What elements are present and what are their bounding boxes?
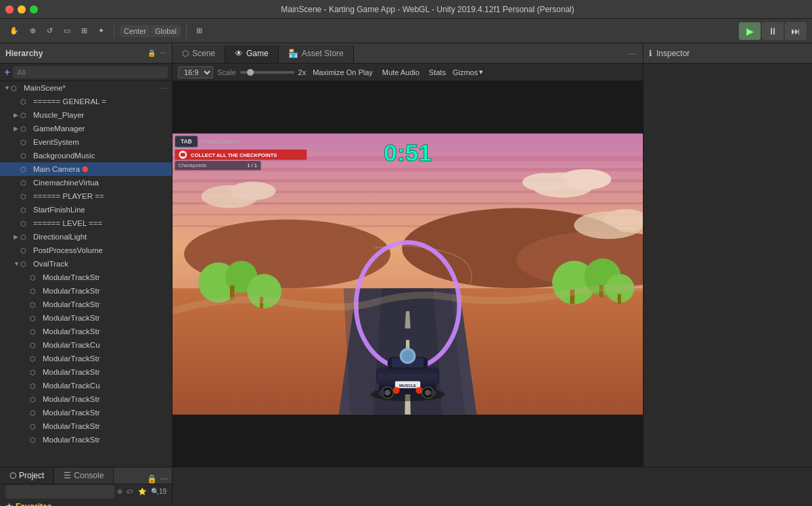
project-buttons: ⊕ 🏷 ⭐ 🔍19 (117, 488, 166, 495)
titlebar: MainScene - Karting Game App - WebGL - U… (0, 0, 812, 19)
project-star-icon[interactable]: ⭐ (138, 488, 146, 495)
center-button[interactable]: Center (120, 25, 151, 37)
hierarchy-item-10[interactable]: ⬡====== LEVEL === (0, 216, 172, 230)
hierarchy-add-button[interactable]: + (4, 67, 10, 78)
transform-tool-button[interactable]: ⊞ (77, 24, 91, 37)
project-tab-label: Project (19, 471, 44, 480)
global-button[interactable]: Global (151, 25, 181, 37)
hierarchy-item-20[interactable]: ⬡ModularTrackStr (0, 352, 172, 365)
svg-rect-29 (618, 294, 621, 304)
asset-store-icon: 🏪 (288, 49, 298, 58)
hierarchy-item-21[interactable]: ⬡ModularTrackStr (0, 365, 172, 379)
hierarchy-item-26[interactable]: ⬡ModularTrackStr (0, 433, 172, 446)
window-controls[interactable] (5, 5, 38, 14)
hierarchy-item-8[interactable]: ⬡====== PLAYER == (0, 189, 172, 203)
project-bookmark-icon[interactable]: 🏷 (127, 488, 133, 495)
tab-console[interactable]: ☰ Console (54, 467, 114, 484)
tab-asset-store[interactable]: 🏪 Asset Store (279, 45, 354, 63)
project-content: ▶ Assets › AddOns › MgKarting_Muscle › P… (173, 467, 812, 506)
hierarchy-lock-icon[interactable]: 🔒 (148, 49, 156, 57)
step-button[interactable]: ⏭ (785, 22, 807, 40)
hierarchy-item-7[interactable]: ⬡CinemachineVirtua (0, 176, 172, 189)
rect-tool-button[interactable]: ▭ (60, 24, 74, 37)
grid-button[interactable]: ⊞ (192, 24, 206, 37)
scene-icon: ⬡ (182, 49, 189, 58)
project-search-bar: ⊕ 🏷 ⭐ 🔍19 (0, 484, 172, 499)
tab-scene[interactable]: ⬡ Scene (173, 45, 225, 63)
bottom-lock-button[interactable]: 🔒 (147, 474, 157, 484)
project-files-area (173, 467, 812, 506)
gizmos-button[interactable]: Gizmos ▾ (453, 68, 483, 76)
toolbar-sep-1 (114, 24, 114, 38)
hierarchy-item-22[interactable]: ⬡ModularTrackCu (0, 379, 172, 392)
star-icon: ★ (5, 502, 13, 506)
tabs-more-button[interactable]: ⋯ (621, 45, 643, 63)
custom-tool-button[interactable]: ✦ (94, 24, 108, 37)
bottom-menu-button[interactable]: ⋯ (160, 474, 168, 484)
scale-value: 2x (298, 68, 307, 76)
mute-audio-button[interactable]: Mute Audio (380, 68, 422, 77)
svg-text:TAB: TAB (181, 138, 192, 145)
fullscreen-button[interactable] (30, 5, 38, 14)
inspector-header: ℹ Inspector (644, 43, 812, 64)
svg-point-54 (430, 390, 436, 396)
hierarchy-item-23[interactable]: ⬡ModularTrackStr (0, 392, 172, 406)
scale-slider[interactable] (240, 71, 294, 74)
hierarchy-item-6[interactable]: ⬡Main Camera🔴 (0, 162, 172, 176)
hierarchy-item-24[interactable]: ⬡ModularTrackStr (0, 406, 172, 419)
rotate-tool-button[interactable]: ↺ (43, 24, 57, 37)
hierarchy-item-16[interactable]: ⬡ModularTrackStr (0, 298, 172, 311)
hierarchy-item-3[interactable]: ▶⬡GameManager (0, 122, 172, 135)
hierarchy-item-11[interactable]: ▶⬡DirectionalLight (0, 230, 172, 244)
hierarchy-item-1[interactable]: ⬡====== GENERAL = (0, 95, 172, 108)
maximize-on-play-button[interactable]: Maximize On Play (310, 68, 376, 77)
pivot-group: Center Global (120, 25, 181, 37)
pause-button[interactable]: ⏸ (762, 22, 784, 40)
hierarchy-item-5[interactable]: ⬡BackgroundMusic (0, 149, 172, 162)
project-search-input[interactable] (5, 485, 114, 499)
hierarchy-menu-icon[interactable]: ⋯ (160, 49, 166, 57)
hierarchy-tree: ▼⬡MainScene*⋯⬡====== GENERAL =▶⬡Muscle_P… (0, 81, 172, 467)
tabs-bar: ⬡ Scene 👁 Game 🏪 Asset Store ⋯ (173, 43, 643, 64)
hierarchy-item-19[interactable]: ⬡ModularTrackCu (0, 338, 172, 352)
resolution-select[interactable]: 16:9 (178, 66, 213, 78)
move-tool-button[interactable]: ⊕ (26, 24, 40, 37)
project-add-icon[interactable]: ⊕ (117, 488, 122, 495)
hierarchy-item-14[interactable]: ⬡ModularTrackStr (0, 271, 172, 284)
tab-project[interactable]: ⬡ Project (0, 467, 54, 484)
hierarchy-item-18[interactable]: ⬡ModularTrackStr (0, 325, 172, 338)
hierarchy-item-25[interactable]: ⬡ModularTrackStr (0, 419, 172, 433)
gizmos-label: Gizmos (453, 68, 478, 76)
hierarchy-search-input[interactable] (13, 66, 168, 78)
tab-game[interactable]: 👁 Game (225, 45, 279, 63)
hierarchy-item-9[interactable]: ⬡StartFinishLine (0, 203, 172, 216)
hierarchy-item-17[interactable]: ⬡ModularTrackStr (0, 311, 172, 325)
toolbar-sep-2 (186, 24, 187, 38)
svg-point-53 (379, 390, 384, 396)
hierarchy-item-15[interactable]: ⬡ModularTrackStr (0, 284, 172, 298)
svg-point-31 (560, 169, 611, 190)
main-toolbar: ✋ ⊕ ↺ ▭ ⊞ ✦ Center Global ⊞ ▶ ⏸ ⏭ (0, 19, 812, 43)
close-button[interactable] (5, 5, 14, 14)
hierarchy-panel: Hierarchy 🔒 ⋯ + ▼⬡MainScene*⋯⬡====== GEN… (0, 43, 173, 467)
svg-rect-63 (181, 153, 185, 156)
bottom-panels: ⬡ Project ☰ Console 🔒 ⋯ ⊕ 🏷 ⭐ 🔍19 ★ F (0, 467, 812, 506)
bottom-actions: 🔒 ⋯ (143, 474, 172, 484)
svg-text:Pause/Options: Pause/Options (201, 138, 239, 145)
svg-text:COLLECT ALL THE CHECKPOINTS: COLLECT ALL THE CHECKPOINTS (191, 152, 277, 158)
stats-button[interactable]: Stats (426, 68, 449, 77)
window-title: MainScene - Karting Game App - WebGL - U… (49, 5, 807, 14)
minimize-button[interactable] (18, 5, 26, 14)
hierarchy-item-2[interactable]: ▶⬡Muscle_Player (0, 108, 172, 122)
console-tab-label: Console (74, 471, 104, 480)
hierarchy-item-4[interactable]: ⬡EventSystem (0, 135, 172, 149)
scale-thumb (247, 69, 254, 76)
favorites-title: Favorites (16, 502, 51, 506)
play-button[interactable]: ▶ (739, 22, 761, 40)
gizmos-chevron-icon: ▾ (479, 68, 483, 76)
svg-text:1 / 1: 1 / 1 (247, 162, 257, 168)
hierarchy-item-0[interactable]: ▼⬡MainScene*⋯ (0, 81, 172, 95)
hand-tool-button[interactable]: ✋ (5, 24, 23, 37)
hierarchy-item-12[interactable]: ⬡PostProcessVolume (0, 244, 172, 257)
hierarchy-item-13[interactable]: ▼⬡OvalTrack (0, 257, 172, 271)
